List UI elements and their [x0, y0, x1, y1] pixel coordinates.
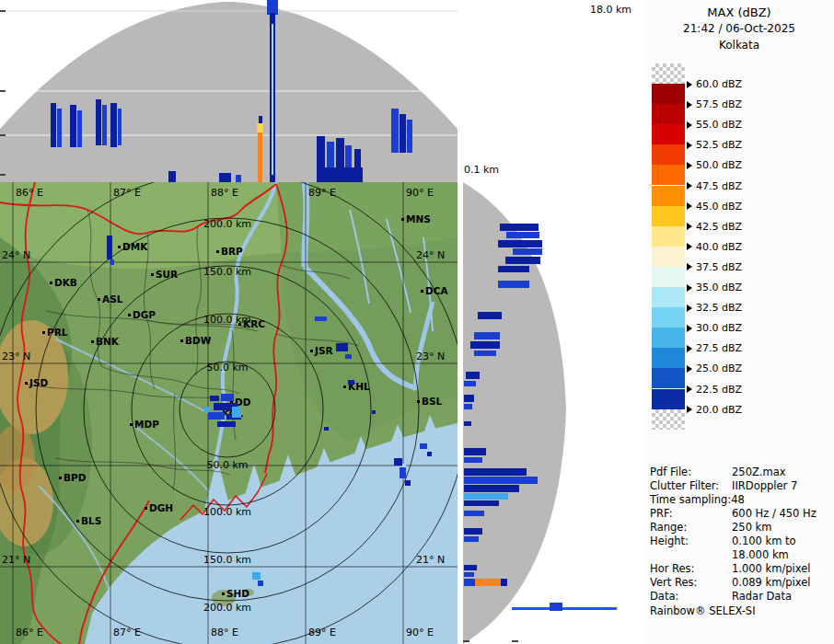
- legend-color-swatch: [652, 389, 685, 409]
- legend-entry: 35.0 dBZ: [687, 282, 742, 293]
- radar-echo-top-section: [96, 99, 101, 145]
- station-marker-dot: [417, 400, 420, 403]
- info-row-value: Radar Data: [732, 590, 792, 603]
- legend-arrow-icon: [687, 81, 692, 88]
- legend-arrow-icon: [687, 101, 692, 109]
- radar-echo-side-section: [475, 579, 501, 586]
- legend-color-swatch: [652, 307, 685, 328]
- station-marker-dot: [151, 273, 154, 276]
- radar-echo-side-section: [464, 500, 499, 506]
- legend-arrow-icon: [687, 121, 692, 129]
- radar-echo-side-section: [464, 565, 477, 570]
- radar-echo-top-section: [70, 105, 76, 147]
- legend-entry-label: 52.5 dBZ: [696, 139, 742, 151]
- radar-echo-plan: [110, 259, 114, 265]
- legend-color-swatch: [652, 104, 685, 124]
- station-marker-label: BDW: [185, 335, 211, 346]
- legend-arrow-icon: [687, 142, 692, 149]
- radar-echo-plan: [427, 452, 432, 456]
- station-marker-label: KRC: [243, 318, 265, 329]
- info-row-label: Time sampling:48: [650, 493, 745, 506]
- radar-echo-side-section: [464, 395, 474, 402]
- radar-echo-side-section: [464, 448, 486, 455]
- radar-echo-side-section: [464, 511, 484, 516]
- legend-color-swatch: [652, 267, 685, 287]
- latitude-label: 24° N: [416, 250, 445, 261]
- latitude-label: 21° N: [2, 555, 30, 566]
- station-marker-label: JSD: [29, 377, 48, 388]
- station-marker-dot: [128, 314, 131, 316]
- station-marker-label: DMK: [122, 241, 147, 252]
- range-ring-label: 50.0 km: [198, 362, 257, 374]
- station-marker-label: SHD: [226, 588, 249, 599]
- radar-echo-plan: [345, 354, 352, 359]
- radar-echo-plan: [204, 407, 210, 412]
- radar-echo-side-section: [498, 240, 542, 247]
- latitude-label: 23° N: [2, 351, 30, 362]
- radar-echo-plan: [252, 572, 261, 580]
- station-marker-dot: [343, 385, 346, 388]
- legend-entry-label: 32.5 dBZ: [696, 302, 742, 314]
- radar-echo-top-section: [391, 109, 399, 153]
- legend-color-swatch: [652, 226, 685, 247]
- legend-entry: 25.0 dBZ: [687, 362, 742, 374]
- radar-echo-top-section: [168, 171, 176, 182]
- legend-arrow-icon: [687, 263, 692, 270]
- radar-echo-side-section: [464, 579, 475, 586]
- station-marker-dot: [91, 340, 94, 343]
- radar-echo-side-section: [500, 224, 539, 231]
- radar-echo-side-section: [512, 607, 617, 610]
- station-marker-label: JSR: [315, 345, 333, 356]
- radar-echo-top-section: [322, 167, 363, 182]
- radar-echo-top-section: [77, 110, 82, 147]
- station-marker-label: MNS: [406, 213, 431, 224]
- axis-tick: [463, 640, 469, 642]
- radar-display-root: 18.0 km 0.1 km: [0, 0, 834, 644]
- longitude-label: 86° E: [16, 188, 43, 199]
- radar-echo-top-section: [57, 109, 62, 147]
- info-row-value: 600 Hz / 450 Hz: [732, 507, 817, 520]
- radar-echo-top-section: [272, 24, 273, 175]
- radar-echo-side-section: [505, 257, 540, 264]
- radar-echo-side-section: [464, 404, 472, 409]
- axis-tick: [0, 174, 6, 176]
- legend-color-swatch: [652, 165, 685, 185]
- legend-color-swatch: [652, 124, 685, 144]
- station-marker-label: MDP: [134, 419, 159, 430]
- legend-arrow-icon: [687, 162, 692, 169]
- legend-arrow-icon: [687, 365, 692, 373]
- legend-entry-label: 30.0 dBZ: [696, 322, 742, 334]
- axis-tick: [0, 10, 6, 12]
- station-marker-dot: [216, 250, 219, 253]
- legend-color-swatch: [652, 368, 685, 388]
- radar-echo-top-section: [118, 109, 122, 145]
- info-row-label: Clutter Filter:: [650, 479, 719, 492]
- radar-echo-plan: [210, 396, 219, 401]
- longitude-label: 89° E: [308, 188, 336, 199]
- radar-echo-plan: [405, 480, 411, 486]
- station-marker-dot: [401, 218, 404, 221]
- legend-entry-label: 37.5 dBZ: [696, 261, 742, 273]
- radar-echo-plan: [420, 443, 427, 449]
- latitude-label: 23° N: [416, 351, 445, 362]
- legend-entry: 27.5 dBZ: [687, 342, 742, 354]
- station-marker-label: DKB: [54, 277, 77, 288]
- radar-echo-side-section: [464, 485, 519, 492]
- colorbar: 60.0 dBZ57.5 dBZ55.0 dBZ52.5 dBZ50.0 dBZ…: [644, 0, 834, 442]
- radar-echo-side-section: [464, 528, 482, 535]
- range-ring-label: 150.0 km: [198, 266, 257, 278]
- legend-arrow-icon: [687, 345, 692, 352]
- info-row-value: 250Z.max: [732, 466, 786, 478]
- legend-entry-label: 50.0 dBZ: [696, 159, 742, 171]
- radar-echo-plan: [324, 427, 329, 431]
- radar-echo-side-section: [474, 332, 500, 339]
- radar-echo-top-section: [236, 175, 241, 182]
- info-row-label: Height:: [650, 535, 689, 547]
- station-marker-dot: [180, 339, 183, 342]
- station-marker-dot: [421, 290, 423, 293]
- latitude-label: 24° N: [2, 250, 30, 261]
- info-row-label: Data:: [650, 590, 678, 603]
- radar-echo-side-section: [498, 281, 529, 288]
- radar-echo-plan: [372, 410, 376, 414]
- legend-entry-label: 22.5 dBZ: [696, 384, 742, 396]
